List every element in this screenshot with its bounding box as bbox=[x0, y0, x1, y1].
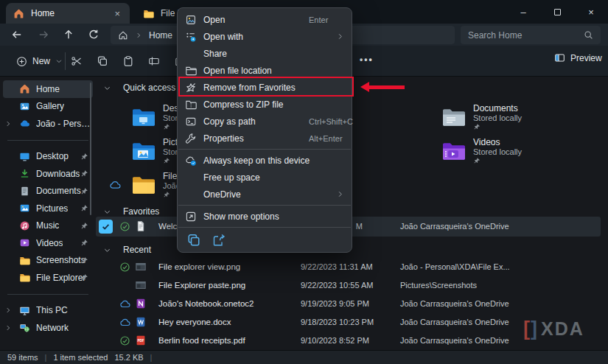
section-label: Recent bbox=[123, 245, 151, 255]
sidebar: Home Gallery João - Personal Desktop Dow… bbox=[0, 77, 96, 350]
context-menu-item[interactable]: Open Enter bbox=[178, 11, 352, 28]
status-divider: | bbox=[150, 353, 153, 362]
back-button[interactable] bbox=[7, 26, 27, 43]
sidebar-item[interactable]: Videos bbox=[3, 234, 93, 252]
copy-t-icon bbox=[94, 55, 111, 67]
context-menu-item[interactable]: Show more options bbox=[178, 208, 352, 225]
context-menu: Open Enter Open with Share Open file loc… bbox=[177, 7, 352, 253]
context-menu-item[interactable]: OneDrive bbox=[178, 186, 352, 203]
sidebar-item[interactable]: File Explorer bbox=[3, 269, 93, 287]
quick-action-button[interactable] bbox=[212, 233, 226, 248]
toolbar-button[interactable] bbox=[68, 52, 85, 71]
context-menu-item[interactable]: Free up space bbox=[178, 169, 352, 186]
recent-file-row[interactable]: File explorer view.png 9/22/2023 11:31 A… bbox=[96, 258, 601, 276]
chevron-down-icon[interactable] bbox=[103, 208, 111, 216]
tile-name: Documents bbox=[473, 103, 518, 113]
m-folder-icon bbox=[185, 65, 197, 77]
new-button[interactable]: New bbox=[10, 52, 69, 71]
toolbar-button[interactable] bbox=[145, 52, 163, 71]
forward-button[interactable] bbox=[34, 26, 53, 43]
up-button[interactable] bbox=[59, 26, 78, 43]
chevron-down-icon[interactable] bbox=[103, 84, 111, 92]
chevron-right-icon[interactable] bbox=[4, 307, 12, 314]
section-header-favorites[interactable]: Favorites bbox=[99, 206, 159, 217]
refresh-button[interactable] bbox=[84, 26, 103, 43]
folder-y-icon bbox=[19, 272, 30, 283]
minimize-icon: – bbox=[520, 7, 525, 18]
sidebar-item[interactable]: Documents bbox=[3, 183, 93, 200]
menu-item-shortcut: Ctrl+Shift+C bbox=[309, 117, 353, 126]
explorer-tab[interactable]: Home × bbox=[6, 3, 130, 24]
m-cloudcheck-icon bbox=[185, 155, 197, 167]
pictures-s-icon bbox=[19, 203, 30, 214]
videos-s-icon bbox=[19, 237, 30, 248]
quick-access-tile[interactable]: Documents Stored locally bbox=[419, 100, 578, 134]
selected-checkbox[interactable] bbox=[99, 220, 113, 234]
context-menu-item[interactable]: Always keep on this device bbox=[178, 152, 352, 169]
sidebar-item-label: Desktop bbox=[36, 151, 69, 161]
t-desktop-icon bbox=[131, 105, 155, 129]
menu-item-label: Properties bbox=[203, 133, 244, 144]
section-header-recent[interactable]: Recent bbox=[99, 245, 151, 255]
context-menu-item[interactable]: Compress to ZIP file bbox=[178, 96, 352, 113]
context-menu-item[interactable]: Copy as path Ctrl+Shift+C bbox=[178, 113, 352, 130]
f-onenote-icon bbox=[135, 298, 147, 309]
minimize-button[interactable]: – bbox=[506, 0, 540, 24]
desktop-s-icon bbox=[19, 151, 30, 162]
chevron-right-icon[interactable] bbox=[4, 324, 12, 332]
menu-item-shortcut: Alt+Enter bbox=[309, 134, 343, 143]
toolbar-button[interactable] bbox=[94, 52, 111, 71]
sidebar-item[interactable]: João - Personal bbox=[3, 115, 93, 133]
toolbar-buttons bbox=[68, 52, 189, 71]
recent-file-row[interactable]: File Explorer paste.png 9/22/2023 10:55 … bbox=[96, 276, 601, 295]
tab-close-icon[interactable]: × bbox=[112, 8, 122, 19]
context-menu-item[interactable]: Open with bbox=[178, 28, 352, 45]
chevron-down-icon[interactable] bbox=[103, 246, 111, 254]
sidebar-item[interactable]: Pictures bbox=[3, 200, 93, 217]
sidebar-item[interactable]: Desktop bbox=[3, 148, 93, 166]
sidebar-item[interactable]: Home bbox=[3, 80, 93, 98]
sync-ok-icon bbox=[119, 221, 130, 232]
sync-ok-icon bbox=[119, 262, 130, 273]
sidebar-item[interactable]: Downloads bbox=[3, 165, 93, 183]
qa-copy-icon bbox=[186, 233, 201, 248]
recent-file-row[interactable]: João's Notebook.onetoc2 9/19/2023 9:05 P… bbox=[96, 295, 601, 313]
chevron-right-icon[interactable] bbox=[4, 120, 12, 127]
sidebar-item[interactable]: Screenshots bbox=[3, 252, 93, 270]
m-more-icon bbox=[185, 211, 197, 223]
more-options-button[interactable]: ••• bbox=[360, 55, 374, 65]
maximize-button[interactable] bbox=[540, 0, 574, 24]
context-menu-item[interactable]: Properties Alt+Enter bbox=[178, 130, 352, 147]
m-share-icon bbox=[185, 48, 197, 60]
gallery-icon bbox=[19, 101, 30, 112]
menu-item-label: Copy as path bbox=[203, 116, 256, 127]
separator bbox=[178, 205, 351, 206]
quick-access-tile[interactable]: Videos Stored locally bbox=[419, 134, 578, 168]
close-button[interactable]: × bbox=[574, 0, 608, 24]
quick-action-button[interactable] bbox=[186, 233, 201, 248]
section-label: Quick access bbox=[123, 83, 175, 93]
f-pdf-icon bbox=[135, 335, 147, 346]
sidebar-item[interactable]: Music bbox=[3, 217, 93, 235]
file-location: João Carrasqueira's OneDrive bbox=[400, 332, 509, 350]
sidebar-item[interactable]: Network bbox=[3, 319, 93, 337]
cloud-line-icon bbox=[119, 317, 130, 328]
home-c-icon bbox=[13, 8, 24, 19]
file-name: João's Notebook.onetoc2 bbox=[158, 295, 254, 313]
breadcrumb[interactable]: Home bbox=[149, 30, 172, 41]
preview-button[interactable]: Preview bbox=[554, 52, 602, 63]
quick-access-column: Documents Stored locally Videos Stored l… bbox=[419, 100, 578, 168]
section-header-quick-access[interactable]: Quick access bbox=[99, 83, 175, 93]
sidebar-item-label: File Explorer bbox=[36, 273, 85, 283]
document-file-icon bbox=[135, 220, 147, 232]
menu-item-label: Compress to ZIP file bbox=[203, 99, 283, 110]
search-placeholder: Search Home bbox=[468, 30, 522, 41]
tile-name: Videos bbox=[473, 137, 500, 147]
search-input[interactable]: Search Home bbox=[461, 26, 601, 44]
search-icon[interactable] bbox=[584, 30, 593, 40]
toolbar-button[interactable] bbox=[119, 52, 137, 71]
sidebar-item[interactable]: Gallery bbox=[3, 98, 93, 116]
context-menu-item[interactable]: Share bbox=[178, 45, 352, 62]
cloud-line-icon bbox=[109, 179, 121, 191]
sidebar-item[interactable]: This PC bbox=[3, 302, 93, 320]
